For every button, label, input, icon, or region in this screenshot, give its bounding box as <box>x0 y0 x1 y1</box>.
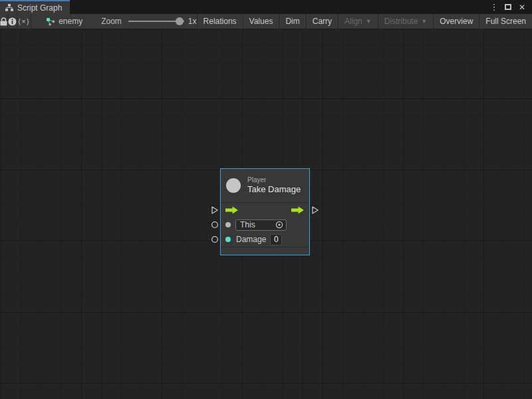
lock-icon <box>0 17 7 26</box>
toolbar-buttons: Relations Values Dim Carry Align ▼ Distr… <box>197 14 532 29</box>
input-row-damage: Damage 0 <box>221 232 309 247</box>
this-field-label: This <box>240 220 275 229</box>
relations-button[interactable]: Relations <box>197 14 243 29</box>
control-enter-arrow-icon[interactable] <box>225 206 239 214</box>
info-button[interactable] <box>8 14 17 29</box>
distribute-dropdown-button[interactable]: Distribute ▼ <box>378 14 434 29</box>
graph-toolbar: ⟨×⟩ enemy Zoom 1x Relations Values Dim C… <box>0 14 532 29</box>
maximize-icon <box>505 4 511 10</box>
control-exit-arrow-icon[interactable] <box>291 206 305 214</box>
info-icon <box>8 17 17 26</box>
node-body[interactable]: Player Take Damage This <box>220 168 310 255</box>
node-take-damage[interactable]: Player Take Damage This <box>211 168 319 255</box>
this-port-dot[interactable] <box>225 222 231 227</box>
node-titles: Player Take Damage <box>247 176 301 196</box>
control-input-port[interactable] <box>211 205 219 215</box>
window-menu-button[interactable]: ⋮ <box>489 2 499 13</box>
graph-reference[interactable]: enemy <box>46 14 82 29</box>
damage-value-input[interactable]: 0 <box>270 234 282 245</box>
graph-hierarchy-icon <box>5 4 13 11</box>
tab-bar: Script Graph ⋮ ✕ <box>0 0 532 14</box>
script-graph-asset-icon <box>46 17 55 26</box>
align-dropdown-button[interactable]: Align ▼ <box>338 14 378 29</box>
code-preview-button[interactable]: ⟨×⟩ <box>17 14 31 29</box>
chevron-down-icon: ▼ <box>421 18 427 25</box>
lock-button[interactable] <box>0 14 8 29</box>
zoom-slider[interactable] <box>128 17 184 25</box>
overview-button[interactable]: Overview <box>433 14 479 29</box>
node-footer <box>221 247 309 254</box>
carry-button[interactable]: Carry <box>306 14 338 29</box>
values-button[interactable]: Values <box>243 14 279 29</box>
dim-button[interactable]: Dim <box>279 14 305 29</box>
node-context-label: Player <box>247 176 301 185</box>
script-graph-window: Script Graph ⋮ ✕ ⟨×⟩ <box>0 0 532 399</box>
maximize-button[interactable] <box>503 2 513 13</box>
graph-name-label: enemy <box>59 17 82 26</box>
full-screen-button[interactable]: Full Screen <box>479 14 532 29</box>
tab-script-graph[interactable]: Script Graph <box>0 0 70 14</box>
control-output-port[interactable] <box>311 205 319 215</box>
unit-icon <box>226 178 241 193</box>
object-picker-icon[interactable] <box>275 221 283 229</box>
close-button[interactable]: ✕ <box>517 2 527 13</box>
zoom-group: Zoom 1x <box>101 14 196 29</box>
damage-port-dot[interactable] <box>225 237 231 242</box>
zoom-label: Zoom <box>101 17 122 26</box>
this-object-field[interactable]: This <box>235 219 287 231</box>
zoom-slider-handle[interactable] <box>176 17 184 25</box>
zoom-value-label: 1x <box>188 17 197 26</box>
tab-label: Script Graph <box>17 3 62 13</box>
graph-canvas[interactable]: Player Take Damage This <box>0 29 532 399</box>
chevron-down-icon: ▼ <box>366 18 372 25</box>
input-row-this: This <box>221 217 309 232</box>
node-header[interactable]: Player Take Damage <box>221 169 309 203</box>
window-controls: ⋮ ✕ <box>489 0 532 14</box>
node-title-label: Take Damage <box>247 184 301 195</box>
damage-label: Damage <box>236 235 266 244</box>
control-flow-row <box>221 203 309 217</box>
value-input-port-damage[interactable] <box>211 235 219 243</box>
value-input-port-this[interactable] <box>211 221 219 229</box>
